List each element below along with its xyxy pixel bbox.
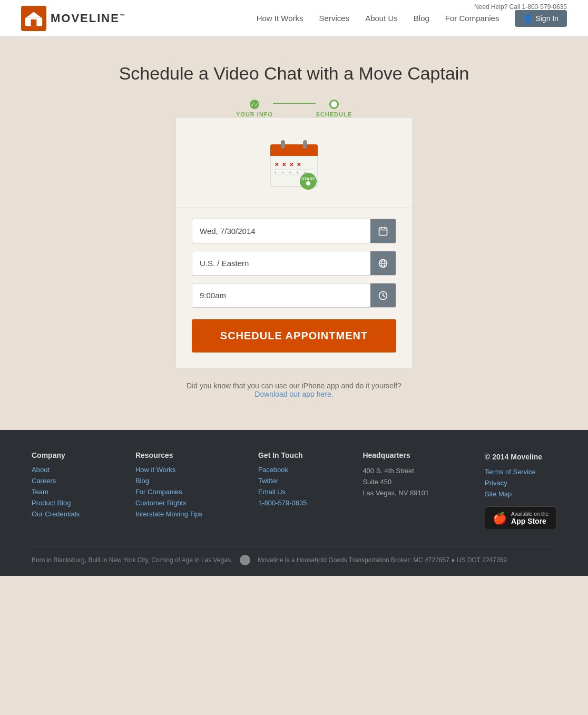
footer-dot-icon [240,555,250,565]
svg-text:✕: ✕ [282,162,286,168]
footer-company-col: Company About Careers Team Product Blog … [32,451,80,530]
footer-link-credentials[interactable]: Our Credentials [32,510,80,518]
footer-columns: Company About Careers Team Product Blog … [32,451,556,530]
svg-text:✕: ✕ [297,162,301,168]
svg-marker-1 [26,12,42,17]
nav-about-us[interactable]: About Us [365,14,398,23]
footer-link-facebook[interactable]: Facebook [258,466,307,474]
footer-link-customer-rights[interactable]: Customer Rights [135,499,202,507]
svg-text:✕: ✕ [289,162,293,168]
app-promo: Did you know that you can use our iPhone… [187,381,401,398]
svg-text:▪: ▪ [275,170,276,175]
footer-link-careers[interactable]: Careers [32,477,80,485]
time-input[interactable] [192,283,370,307]
date-input[interactable] [192,219,370,243]
footer-link-product-blog[interactable]: Product Blog [32,499,80,507]
form-body: Schedule Appointment [176,208,412,368]
time-picker-button[interactable] [370,283,396,307]
progress-step-2: SCHEDULE [316,100,352,117]
footer-link-for-companies[interactable]: For Companies [135,488,202,496]
svg-text:▪: ▪ [297,170,298,175]
calendar-header: ✕ ✕ ✕ ✕ ▪ ▪ ▪ ▪ ▪ START [176,118,412,208]
footer-resources-col: Resources How it Works Blog For Companie… [135,451,202,530]
step-1-label: YOUR INFO [236,111,273,117]
logo-icon [21,6,46,31]
page-title: Schedule a Video Chat with a Move Captai… [119,63,469,84]
footer-link-phone[interactable]: 1-800-579-0635 [258,499,307,507]
footer-link-sitemap[interactable]: Site Map [485,490,556,498]
footer-hq-col: Headquarters 400 S. 4th StreetSuite 450L… [362,451,429,530]
footer-link-privacy[interactable]: Privacy [485,479,556,487]
progress-bar: ✓ YOUR INFO SCHEDULE [236,100,352,117]
footer-copyright: © 2014 Moveline [485,451,556,463]
footer-link-twitter[interactable]: Twitter [258,477,307,485]
svg-text:▪: ▪ [282,170,283,175]
progress-line [273,103,316,104]
schedule-form-card: ✕ ✕ ✕ ✕ ▪ ▪ ▪ ▪ ▪ START [175,117,413,369]
timezone-input-group[interactable] [192,251,396,276]
logo[interactable]: MOVELINE™ [21,6,126,31]
footer-link-team[interactable]: Team [32,488,80,496]
nav-how-it-works[interactable]: How It Works [257,14,303,23]
schedule-appointment-button[interactable]: Schedule Appointment [192,319,396,352]
footer-copyright-col: © 2014 Moveline Terms of Service Privacy… [485,451,556,530]
date-picker-button[interactable] [370,219,396,243]
sign-in-button[interactable]: 👤 Sign In [515,10,567,27]
nav-for-companies[interactable]: For Companies [445,14,499,23]
step-1-dot: ✓ [250,100,259,109]
footer-born-text: Born in Blacksburg, Built in New York Ci… [32,556,232,564]
appstore-line1: Available on the [511,511,548,517]
calendar-illustration: ✕ ✕ ✕ ✕ ▪ ▪ ▪ ▪ ▪ START [265,134,323,192]
footer-company-heading: Company [32,451,80,459]
svg-line-33 [383,296,385,297]
timezone-input[interactable] [192,251,370,275]
globe-icon [378,258,388,269]
footer-bottom: Born in Blacksburg, Built in New York Ci… [32,546,556,565]
footer-resources-heading: Resources [135,451,202,459]
logo-text: MOVELINE™ [51,12,126,25]
step-2-label: SCHEDULE [316,111,352,117]
apple-icon: 🍎 [493,512,507,525]
user-icon: 👤 [523,14,532,23]
svg-text:▪: ▪ [289,170,291,175]
appstore-text: Available on the App Store [511,511,548,525]
svg-point-21 [306,181,311,186]
svg-rect-22 [379,228,387,235]
app-promo-text: Did you know that you can use our iPhone… [187,381,401,390]
clock-icon [378,290,388,301]
svg-rect-5 [270,150,318,156]
nav-blog[interactable]: Blog [414,14,429,23]
footer-link-tos[interactable]: Terms of Service [485,468,556,476]
footer-link-blog[interactable]: Blog [135,477,202,485]
main-nav: How It Works Services About Us Blog For … [257,10,567,27]
svg-rect-7 [303,140,307,149]
timezone-picker-button[interactable] [370,251,396,275]
date-input-group[interactable] [192,219,396,243]
footer-broker-text: Moveline is a Household Goods Transporta… [258,556,507,564]
progress-step-1: ✓ YOUR INFO [236,100,273,117]
step-2-dot [329,100,339,109]
svg-rect-6 [281,140,285,149]
footer-link-how-works[interactable]: How it Works [135,466,202,474]
svg-text:✕: ✕ [275,162,279,168]
footer-link-email[interactable]: Email Us [258,488,307,496]
svg-rect-2 [31,19,37,26]
footer-hq-address: 400 S. 4th StreetSuite 450Las Vegas, NV … [362,466,429,498]
app-download-link[interactable]: Download our app here. [254,390,333,398]
time-input-group[interactable] [192,283,396,308]
appstore-line2: App Store [511,517,548,525]
footer-contact-heading: Get in Touch [258,451,307,459]
header: Need Help? Call 1-800-579-0635 MOVELINE™… [0,0,588,37]
footer-hq-heading: Headquarters [362,451,429,459]
footer-link-about[interactable]: About [32,466,80,474]
appstore-badge[interactable]: 🍎 Available on the App Store [485,506,556,530]
footer-contact-col: Get in Touch Facebook Twitter Email Us 1… [258,451,307,530]
main-content: Schedule a Video Chat with a Move Captai… [0,37,588,430]
help-text: Need Help? Call 1-800-579-0635 [474,3,567,11]
calendar-icon-btn [378,226,388,237]
nav-services[interactable]: Services [319,14,350,23]
footer: Company About Careers Team Product Blog … [0,430,588,576]
footer-link-interstate[interactable]: Interstate Moving Tips [135,510,202,518]
